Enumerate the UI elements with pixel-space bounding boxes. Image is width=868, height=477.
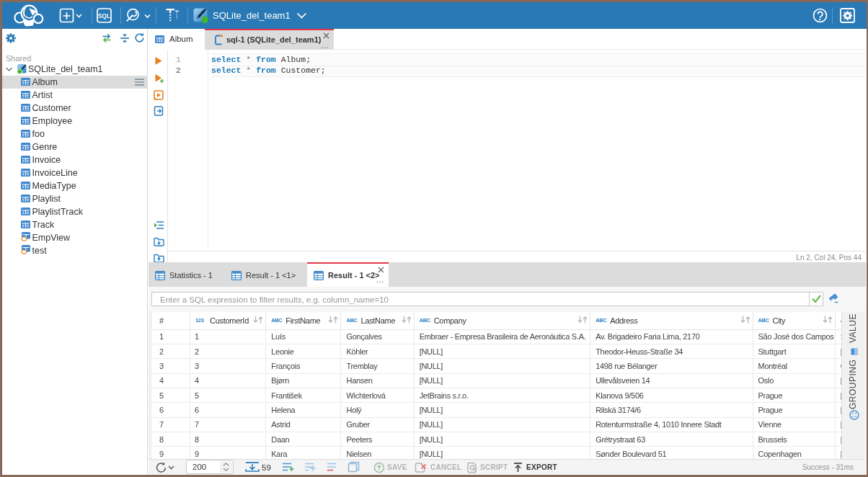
svg-text:SQL: SQL [98, 13, 110, 19]
